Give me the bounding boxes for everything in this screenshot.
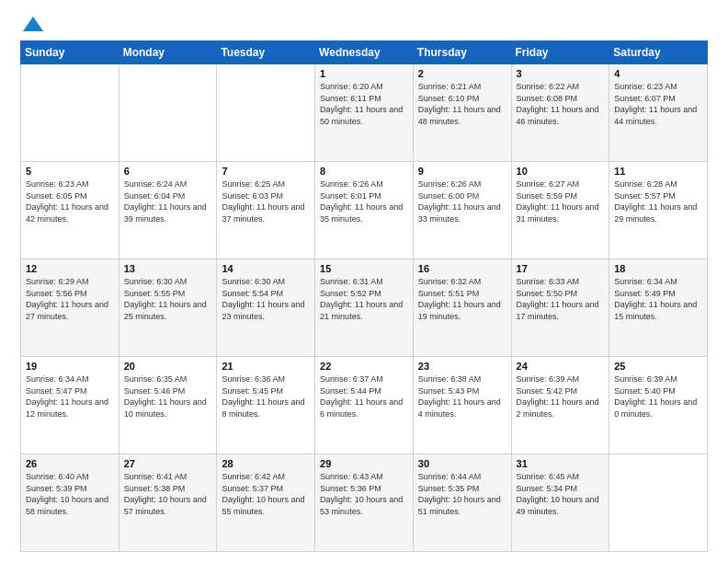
day-number: 25 (614, 361, 702, 372)
day-info: Sunrise: 6:22 AMSunset: 6:08 PMDaylight:… (517, 81, 605, 127)
day-info: Sunrise: 6:34 AMSunset: 5:47 PMDaylight:… (26, 373, 114, 419)
calendar-week-4: 19Sunrise: 6:34 AMSunset: 5:47 PMDayligh… (21, 357, 708, 454)
calendar-cell: 8Sunrise: 6:26 AMSunset: 6:01 PMDaylight… (315, 162, 414, 259)
logo-icon (23, 17, 43, 31)
calendar-week-5: 26Sunrise: 6:40 AMSunset: 5:39 PMDayligh… (21, 454, 708, 552)
calendar-cell: 18Sunrise: 6:34 AMSunset: 5:49 PMDayligh… (609, 259, 708, 357)
calendar-cell: 23Sunrise: 6:38 AMSunset: 5:43 PMDayligh… (413, 357, 511, 454)
calendar-cell (119, 64, 217, 162)
day-info: Sunrise: 6:21 AMSunset: 6:10 PMDaylight:… (418, 81, 506, 127)
day-info: Sunrise: 6:26 AMSunset: 6:00 PMDaylight:… (418, 178, 506, 224)
calendar-cell: 29Sunrise: 6:43 AMSunset: 5:36 PMDayligh… (315, 454, 414, 552)
day-number: 23 (418, 361, 506, 372)
calendar-cell: 20Sunrise: 6:35 AMSunset: 5:46 PMDayligh… (119, 357, 217, 454)
day-number: 21 (222, 361, 310, 372)
day-number: 14 (222, 263, 310, 274)
day-number: 29 (320, 458, 408, 469)
calendar-cell (21, 64, 119, 162)
page-header (20, 17, 708, 31)
day-header-monday: Monday (119, 41, 217, 64)
day-number: 12 (26, 263, 114, 274)
day-number: 16 (418, 263, 506, 274)
calendar-cell: 17Sunrise: 6:33 AMSunset: 5:50 PMDayligh… (511, 259, 609, 357)
calendar-cell: 16Sunrise: 6:32 AMSunset: 5:51 PMDayligh… (413, 259, 511, 357)
day-info: Sunrise: 6:41 AMSunset: 5:38 PMDaylight:… (124, 471, 212, 517)
day-number: 13 (124, 263, 212, 274)
calendar-cell: 26Sunrise: 6:40 AMSunset: 5:39 PMDayligh… (21, 454, 119, 552)
calendar-cell: 25Sunrise: 6:39 AMSunset: 5:40 PMDayligh… (609, 357, 708, 454)
calendar-cell: 28Sunrise: 6:42 AMSunset: 5:37 PMDayligh… (217, 454, 315, 552)
day-info: Sunrise: 6:28 AMSunset: 5:57 PMDaylight:… (614, 178, 702, 224)
day-number: 30 (418, 458, 506, 469)
day-info: Sunrise: 6:32 AMSunset: 5:51 PMDaylight:… (418, 276, 506, 322)
calendar-cell: 27Sunrise: 6:41 AMSunset: 5:38 PMDayligh… (119, 454, 217, 552)
day-header-sunday: Sunday (21, 41, 119, 64)
day-info: Sunrise: 6:35 AMSunset: 5:46 PMDaylight:… (124, 373, 212, 419)
day-number: 5 (26, 166, 114, 177)
day-number: 15 (320, 263, 408, 274)
calendar-week-1: 1Sunrise: 6:20 AMSunset: 6:11 PMDaylight… (21, 64, 708, 162)
calendar-cell: 7Sunrise: 6:25 AMSunset: 6:03 PMDaylight… (217, 162, 315, 259)
calendar-cell (217, 64, 315, 162)
day-header-thursday: Thursday (413, 41, 511, 64)
day-header-wednesday: Wednesday (315, 41, 414, 64)
day-number: 2 (418, 68, 506, 79)
day-info: Sunrise: 6:43 AMSunset: 5:36 PMDaylight:… (320, 471, 408, 517)
calendar-cell: 9Sunrise: 6:26 AMSunset: 6:00 PMDaylight… (413, 162, 511, 259)
day-info: Sunrise: 6:39 AMSunset: 5:40 PMDaylight:… (614, 373, 702, 419)
day-info: Sunrise: 6:45 AMSunset: 5:34 PMDaylight:… (517, 471, 605, 517)
calendar-cell: 22Sunrise: 6:37 AMSunset: 5:44 PMDayligh… (315, 357, 414, 454)
calendar-cell (609, 454, 708, 552)
day-number: 20 (124, 361, 212, 372)
day-header-saturday: Saturday (609, 41, 708, 64)
day-info: Sunrise: 6:23 AMSunset: 6:05 PMDaylight:… (26, 178, 114, 224)
day-number: 6 (124, 166, 212, 177)
calendar-table: SundayMondayTuesdayWednesdayThursdayFrid… (20, 40, 708, 552)
day-number: 19 (26, 361, 114, 372)
calendar-header-row: SundayMondayTuesdayWednesdayThursdayFrid… (21, 41, 708, 64)
calendar-cell: 14Sunrise: 6:30 AMSunset: 5:54 PMDayligh… (217, 259, 315, 357)
day-info: Sunrise: 6:44 AMSunset: 5:35 PMDaylight:… (418, 471, 506, 517)
day-number: 10 (517, 166, 605, 177)
day-number: 3 (517, 68, 605, 79)
calendar-cell: 10Sunrise: 6:27 AMSunset: 5:59 PMDayligh… (511, 162, 609, 259)
calendar-cell: 31Sunrise: 6:45 AMSunset: 5:34 PMDayligh… (511, 454, 609, 552)
day-number: 24 (517, 361, 605, 372)
day-info: Sunrise: 6:23 AMSunset: 6:07 PMDaylight:… (614, 81, 702, 127)
day-info: Sunrise: 6:27 AMSunset: 5:59 PMDaylight:… (517, 178, 605, 224)
day-number: 7 (222, 166, 310, 177)
day-info: Sunrise: 6:39 AMSunset: 5:42 PMDaylight:… (517, 373, 605, 419)
day-info: Sunrise: 6:31 AMSunset: 5:52 PMDaylight:… (320, 276, 408, 322)
day-number: 4 (614, 68, 702, 79)
day-header-tuesday: Tuesday (217, 41, 315, 64)
calendar-cell: 11Sunrise: 6:28 AMSunset: 5:57 PMDayligh… (609, 162, 708, 259)
calendar-cell: 21Sunrise: 6:36 AMSunset: 5:45 PMDayligh… (217, 357, 315, 454)
calendar-cell: 1Sunrise: 6:20 AMSunset: 6:11 PMDaylight… (315, 64, 414, 162)
day-info: Sunrise: 6:26 AMSunset: 6:01 PMDaylight:… (320, 178, 408, 224)
day-info: Sunrise: 6:30 AMSunset: 5:54 PMDaylight:… (222, 276, 310, 322)
day-header-friday: Friday (511, 41, 609, 64)
day-info: Sunrise: 6:33 AMSunset: 5:50 PMDaylight:… (517, 276, 605, 322)
calendar-cell: 6Sunrise: 6:24 AMSunset: 6:04 PMDaylight… (119, 162, 217, 259)
day-info: Sunrise: 6:37 AMSunset: 5:44 PMDaylight:… (320, 373, 408, 419)
day-number: 8 (320, 166, 408, 177)
day-info: Sunrise: 6:40 AMSunset: 5:39 PMDaylight:… (26, 471, 114, 517)
calendar-cell: 24Sunrise: 6:39 AMSunset: 5:42 PMDayligh… (511, 357, 609, 454)
day-number: 22 (320, 361, 408, 372)
calendar-week-2: 5Sunrise: 6:23 AMSunset: 6:05 PMDaylight… (21, 162, 708, 259)
calendar-cell: 19Sunrise: 6:34 AMSunset: 5:47 PMDayligh… (21, 357, 119, 454)
calendar-cell: 4Sunrise: 6:23 AMSunset: 6:07 PMDaylight… (609, 64, 708, 162)
day-info: Sunrise: 6:42 AMSunset: 5:37 PMDaylight:… (222, 471, 310, 517)
day-info: Sunrise: 6:30 AMSunset: 5:55 PMDaylight:… (124, 276, 212, 322)
logo (20, 17, 43, 31)
calendar-cell: 5Sunrise: 6:23 AMSunset: 6:05 PMDaylight… (21, 162, 119, 259)
day-info: Sunrise: 6:29 AMSunset: 5:56 PMDaylight:… (26, 276, 114, 322)
day-number: 31 (517, 458, 605, 469)
calendar-cell: 12Sunrise: 6:29 AMSunset: 5:56 PMDayligh… (21, 259, 119, 357)
day-info: Sunrise: 6:36 AMSunset: 5:45 PMDaylight:… (222, 373, 310, 419)
day-number: 9 (418, 166, 506, 177)
day-info: Sunrise: 6:34 AMSunset: 5:49 PMDaylight:… (614, 276, 702, 322)
day-number: 17 (517, 263, 605, 274)
day-info: Sunrise: 6:24 AMSunset: 6:04 PMDaylight:… (124, 178, 212, 224)
day-number: 27 (124, 458, 212, 469)
